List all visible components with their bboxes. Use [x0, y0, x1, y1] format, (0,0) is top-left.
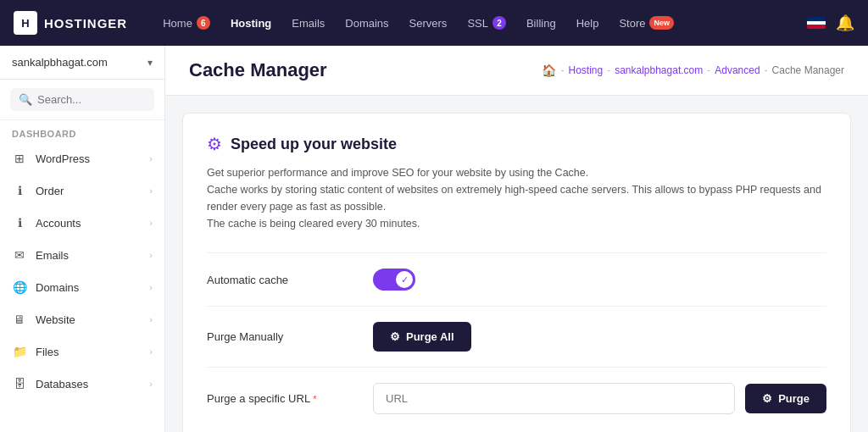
- site-selector-chevron-down-icon: ▾: [147, 57, 153, 69]
- sidebar-item-files[interactable]: 📁 Files ›: [0, 335, 164, 368]
- purge-url-row: Purge a specific URL * ⚙ Purge: [207, 367, 826, 429]
- accounts-icon: ℹ: [12, 215, 27, 230]
- main-wrapper: sankalpbhagat.com ▾ 🔍 Dashboard ⊞ WordPr…: [0, 46, 868, 432]
- search-box: 🔍: [0, 80, 164, 120]
- purge-manually-row: Purge Manually ⚙ Purge All: [207, 306, 826, 367]
- sidebar-section-dashboard: Dashboard: [0, 120, 164, 142]
- chevron-right-icon: ›: [149, 379, 153, 389]
- toggle-track: ✓: [373, 269, 415, 291]
- nav-item-emails[interactable]: Emails: [283, 12, 333, 35]
- sidebar-item-emails[interactable]: ✉ Emails ›: [0, 239, 164, 271]
- breadcrumb-hosting[interactable]: Hosting: [568, 64, 603, 76]
- automatic-cache-toggle[interactable]: ✓: [373, 269, 415, 291]
- sidebar-item-label: Domains: [36, 281, 141, 294]
- purge-manually-label: Purge Manually: [207, 330, 359, 343]
- logo-icon: H: [14, 11, 37, 35]
- required-asterisk: *: [310, 394, 316, 404]
- breadcrumb-site[interactable]: sankalpbhagat.com: [615, 64, 703, 76]
- card-title: Speed up your website: [231, 136, 397, 153]
- automatic-cache-content: ✓: [373, 269, 826, 291]
- toggle-knob: ✓: [396, 271, 413, 288]
- top-navigation: H HOSTINGER Home 6 Hosting Emails Domain…: [0, 0, 868, 46]
- chevron-right-icon: ›: [149, 346, 153, 357]
- chevron-right-icon: ›: [149, 250, 153, 260]
- sidebar-item-label: Emails: [36, 249, 141, 262]
- nav-item-hosting[interactable]: Hosting: [222, 12, 280, 35]
- website-icon: 🖥: [12, 312, 27, 327]
- nav-item-servers[interactable]: Servers: [401, 12, 456, 35]
- page-content: Cache Manager 🏠 - Hosting - sankalpbhaga…: [165, 46, 868, 432]
- cache-manager-card: ⚙ Speed up your website Get superior per…: [182, 113, 851, 432]
- databases-icon: 🗄: [12, 376, 27, 391]
- purge-all-label: Purge All: [406, 330, 454, 343]
- automatic-cache-row: Automatic cache ✓: [207, 252, 826, 306]
- url-input[interactable]: [373, 383, 735, 414]
- breadcrumb: 🏠 - Hosting - sankalpbhagat.com - Advanc…: [542, 64, 844, 77]
- ssl-badge: 2: [492, 16, 506, 30]
- language-flag-icon[interactable]: [807, 17, 826, 29]
- nav-item-home[interactable]: Home 6: [154, 11, 219, 35]
- cache-gear-icon: ⚙: [207, 134, 222, 154]
- sidebar-item-databases[interactable]: 🗄 Databases ›: [0, 368, 164, 400]
- sidebar-item-accounts[interactable]: ℹ Accounts ›: [0, 207, 164, 239]
- chevron-right-icon: ›: [149, 186, 153, 196]
- site-selector[interactable]: sankalpbhagat.com ▾: [0, 46, 164, 80]
- sidebar-item-label: Databases: [36, 378, 141, 390]
- order-icon: ℹ: [12, 183, 27, 198]
- sidebar-item-label: Accounts: [36, 217, 141, 230]
- site-name: sankalpbhagat.com: [12, 56, 108, 69]
- breadcrumb-advanced[interactable]: Advanced: [715, 64, 760, 76]
- logo-area[interactable]: H HOSTINGER: [14, 11, 127, 35]
- nav-item-billing[interactable]: Billing: [518, 12, 565, 35]
- chevron-right-icon: ›: [149, 218, 153, 228]
- sidebar-item-label: Order: [36, 185, 141, 197]
- sidebar-item-label: Website: [36, 313, 141, 326]
- chevron-right-icon: ›: [149, 314, 153, 324]
- nav-item-store[interactable]: Store New: [610, 11, 682, 35]
- nav-item-ssl[interactable]: SSL 2: [459, 11, 515, 35]
- purge-url-content: ⚙ Purge: [373, 383, 826, 414]
- chevron-right-icon: ›: [149, 282, 153, 292]
- store-badge: New: [649, 16, 674, 30]
- purge-label: Purge: [778, 392, 810, 405]
- sidebar-item-domains[interactable]: 🌐 Domains ›: [0, 271, 164, 303]
- sidebar-item-wordpress[interactable]: ⊞ WordPress ›: [0, 142, 164, 174]
- nav-right: 🔔: [807, 14, 854, 32]
- notifications-bell-icon[interactable]: 🔔: [836, 14, 854, 32]
- nav-item-help[interactable]: Help: [568, 12, 608, 35]
- purge-all-gear-icon: ⚙: [390, 330, 400, 343]
- card-title-row: ⚙ Speed up your website: [207, 134, 826, 154]
- purge-manually-content: ⚙ Purge All: [373, 322, 826, 352]
- purge-url-label: Purge a specific URL *: [207, 392, 359, 405]
- nav-items: Home 6 Hosting Emails Domains Servers SS…: [154, 11, 807, 35]
- breadcrumb-sep: -: [560, 64, 564, 76]
- chevron-right-icon: ›: [149, 153, 153, 163]
- nav-item-domains[interactable]: Domains: [337, 12, 397, 35]
- sidebar: sankalpbhagat.com ▾ 🔍 Dashboard ⊞ WordPr…: [0, 46, 165, 432]
- page-header: Cache Manager 🏠 - Hosting - sankalpbhaga…: [165, 46, 868, 96]
- domains-icon: 🌐: [12, 280, 27, 295]
- card-description: Get superior performance and improve SEO…: [207, 164, 826, 232]
- home-badge: 6: [197, 16, 210, 30]
- files-icon: 📁: [12, 344, 27, 359]
- search-input[interactable]: [37, 93, 146, 106]
- search-input-wrap: 🔍: [10, 88, 154, 111]
- logo-text: HOSTINGER: [44, 16, 127, 30]
- purge-gear-icon: ⚙: [762, 392, 772, 405]
- automatic-cache-label: Automatic cache: [207, 274, 359, 286]
- purge-button[interactable]: ⚙ Purge: [745, 384, 826, 413]
- sidebar-item-website[interactable]: 🖥 Website ›: [0, 303, 164, 335]
- emails-icon: ✉: [12, 247, 27, 263]
- purge-all-button[interactable]: ⚙ Purge All: [373, 322, 471, 352]
- page-title: Cache Manager: [189, 59, 327, 81]
- wordpress-icon: ⊞: [12, 151, 27, 166]
- sidebar-item-order[interactable]: ℹ Order ›: [0, 174, 164, 207]
- breadcrumb-current: Cache Manager: [772, 64, 844, 76]
- search-icon: 🔍: [19, 93, 32, 106]
- sidebar-item-label: Files: [36, 346, 141, 358]
- sidebar-item-label: WordPress: [36, 152, 141, 165]
- breadcrumb-home-icon[interactable]: 🏠: [542, 64, 556, 77]
